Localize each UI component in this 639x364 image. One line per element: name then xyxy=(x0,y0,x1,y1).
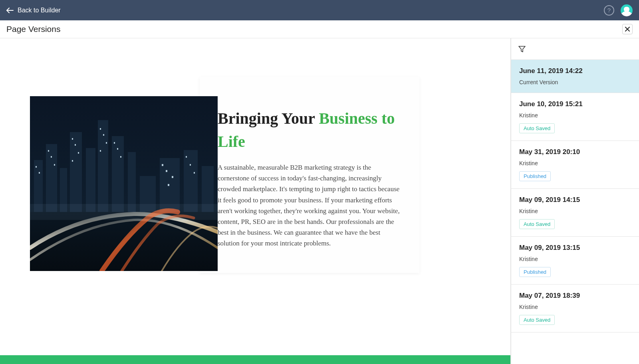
preview-footer-bar xyxy=(0,355,510,364)
version-badge: Published xyxy=(519,267,551,277)
versions-sidebar: June 11, 2019 14:22Current VersionJune 1… xyxy=(511,38,639,364)
back-label: Back to Builder xyxy=(18,7,61,14)
sub-header: Page Versions xyxy=(0,20,639,38)
svg-rect-39 xyxy=(30,204,218,220)
svg-rect-5 xyxy=(46,144,57,212)
svg-rect-18 xyxy=(48,150,49,152)
svg-rect-30 xyxy=(117,148,118,150)
version-date: May 31, 2019 20:10 xyxy=(519,148,631,156)
card-heading: Bringing Your Business to Life xyxy=(218,107,401,153)
svg-rect-8 xyxy=(86,148,95,212)
version-meta: Current Version xyxy=(519,79,631,85)
version-badge: Auto Saved xyxy=(519,315,555,325)
svg-rect-14 xyxy=(184,150,198,212)
svg-rect-11 xyxy=(128,152,136,212)
close-icon xyxy=(625,27,630,32)
svg-rect-19 xyxy=(51,156,52,158)
svg-rect-24 xyxy=(72,160,73,162)
svg-rect-13 xyxy=(160,158,180,212)
version-meta: Kristine xyxy=(519,256,631,262)
back-to-builder-link[interactable]: Back to Builder xyxy=(6,7,61,14)
svg-rect-32 xyxy=(162,164,163,166)
svg-rect-33 xyxy=(166,170,167,172)
svg-rect-26 xyxy=(103,134,104,136)
svg-rect-38 xyxy=(194,172,195,174)
version-meta: Kristine xyxy=(519,160,631,166)
version-badge: Auto Saved xyxy=(519,123,555,133)
filter-icon[interactable] xyxy=(518,46,526,53)
versions-list: June 11, 2019 14:22Current VersionJune 1… xyxy=(511,60,639,332)
svg-rect-28 xyxy=(100,150,101,152)
svg-rect-27 xyxy=(106,142,107,144)
version-date: May 07, 2019 18:39 xyxy=(519,292,631,300)
page-preview: Bringing Your Business to Life A sustain… xyxy=(0,38,511,364)
version-date: May 09, 2019 13:15 xyxy=(519,244,631,252)
svg-rect-17 xyxy=(39,172,40,174)
svg-rect-25 xyxy=(100,128,101,130)
svg-rect-21 xyxy=(72,138,73,140)
version-badge: Published xyxy=(519,171,551,181)
svg-rect-9 xyxy=(98,120,108,212)
svg-rect-20 xyxy=(54,164,55,166)
svg-rect-16 xyxy=(36,166,37,168)
svg-rect-37 xyxy=(190,164,191,166)
version-item[interactable]: June 10, 2019 15:21KristineAuto Saved xyxy=(511,93,639,141)
svg-rect-29 xyxy=(114,142,115,144)
version-meta: Kristine xyxy=(519,208,631,214)
version-meta: Kristine xyxy=(519,112,631,119)
svg-rect-31 xyxy=(120,156,121,158)
page-title: Page Versions xyxy=(6,24,60,34)
hero-image xyxy=(30,96,218,271)
svg-rect-22 xyxy=(75,144,76,146)
arrow-left-icon xyxy=(6,8,14,13)
svg-rect-35 xyxy=(168,184,169,186)
svg-rect-34 xyxy=(172,176,173,178)
card-body: A sustainable, measurable B2B marketing … xyxy=(218,162,401,249)
version-item[interactable]: June 11, 2019 14:22Current Version xyxy=(511,60,639,93)
sidebar-toolbar xyxy=(511,38,639,60)
version-item[interactable]: May 09, 2019 13:15KristinePublished xyxy=(511,237,639,285)
avatar[interactable] xyxy=(621,4,633,16)
close-button[interactable] xyxy=(622,24,633,34)
version-item[interactable]: May 31, 2019 20:10KristinePublished xyxy=(511,141,639,189)
svg-rect-23 xyxy=(78,152,79,154)
version-date: May 09, 2019 14:15 xyxy=(519,196,631,204)
svg-marker-40 xyxy=(519,46,525,52)
help-icon[interactable]: ? xyxy=(604,5,614,16)
version-badge: Auto Saved xyxy=(519,219,555,229)
svg-rect-10 xyxy=(112,136,124,212)
content-card: Bringing Your Business to Life A sustain… xyxy=(200,77,419,273)
main-area: Bringing Your Business to Life A sustain… xyxy=(0,38,639,364)
svg-rect-36 xyxy=(186,156,187,158)
top-right-controls: ? xyxy=(604,4,633,16)
heading-part1: Bringing Your xyxy=(218,109,319,127)
version-item[interactable]: May 07, 2019 18:39KristineAuto Saved xyxy=(511,285,639,332)
version-item[interactable]: May 09, 2019 14:15KristineAuto Saved xyxy=(511,189,639,237)
version-meta: Kristine xyxy=(519,304,631,310)
version-date: June 11, 2019 14:22 xyxy=(519,67,631,75)
version-date: June 10, 2019 15:21 xyxy=(519,100,631,108)
top-bar: Back to Builder ? xyxy=(0,0,639,20)
